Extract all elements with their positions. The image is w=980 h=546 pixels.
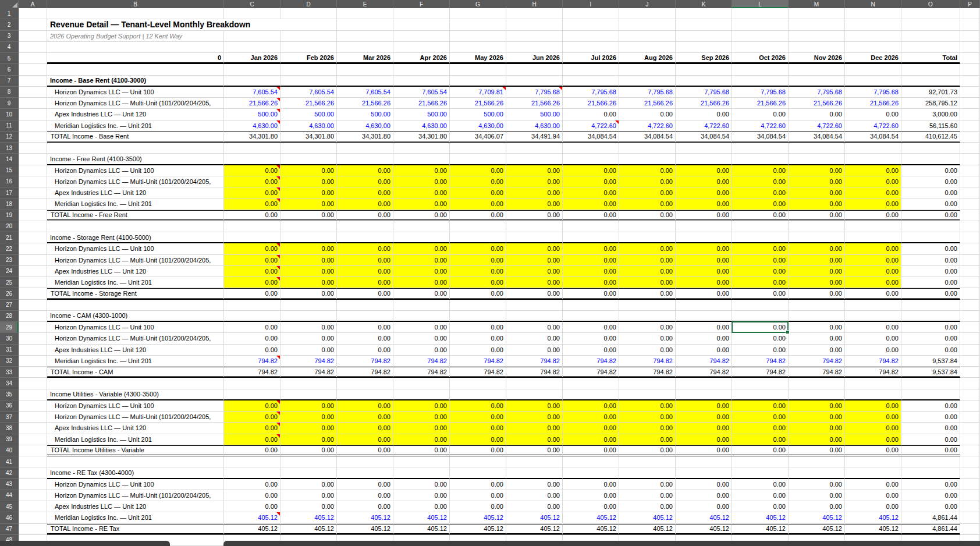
cell-C7[interactable] <box>224 76 280 87</box>
cell-K28[interactable] <box>676 311 732 322</box>
cell-H4[interactable] <box>506 42 563 53</box>
cell-P12[interactable] <box>960 132 980 143</box>
cell-I22[interactable]: 0.00 <box>563 243 619 254</box>
cell-I36[interactable]: 0.00 <box>563 400 619 412</box>
cell-P20[interactable] <box>960 221 980 232</box>
column-header-L[interactable]: L <box>732 0 789 8</box>
cell-P35[interactable] <box>960 389 980 400</box>
cell-H47[interactable]: 405.12 <box>506 524 563 535</box>
cell-L39[interactable]: 0.00 <box>732 434 789 445</box>
cell-P27[interactable] <box>960 300 980 311</box>
cell-J26[interactable]: 0.00 <box>619 288 676 299</box>
cell-B16[interactable]: Horizon Dynamics LLC — Multi-Unit (101/2… <box>47 176 224 187</box>
cell-G21[interactable] <box>450 232 506 243</box>
cell-K19[interactable]: 0.00 <box>676 210 732 221</box>
cell-E5[interactable]: Mar 2026 <box>337 53 393 64</box>
cell-D33[interactable]: 794.82 <box>280 367 337 378</box>
cell-N44[interactable]: 0.00 <box>845 490 901 501</box>
cell-O17[interactable]: 0.00 <box>901 187 960 198</box>
cell-M38[interactable]: 0.00 <box>789 423 845 434</box>
cell-F38[interactable]: 0.00 <box>393 423 450 434</box>
cell-H22[interactable]: 0.00 <box>506 243 563 254</box>
cell-O8[interactable]: 92,701.73 <box>901 87 960 98</box>
cell-A11[interactable] <box>19 120 47 132</box>
cell-I31[interactable]: 0.00 <box>563 345 619 356</box>
cell-P25[interactable] <box>960 277 980 288</box>
cell-J15[interactable]: 0.00 <box>619 165 676 176</box>
cell-C32[interactable]: 794.82 <box>224 356 280 367</box>
row-header-47[interactable]: 47 <box>0 524 19 535</box>
cell-J31[interactable]: 0.00 <box>619 345 676 356</box>
cell-K39[interactable]: 0.00 <box>676 434 732 445</box>
cell-L2[interactable] <box>732 19 789 30</box>
cell-L7[interactable] <box>732 76 789 87</box>
cell-I23[interactable]: 0.00 <box>563 255 619 266</box>
cell-J33[interactable]: 794.82 <box>619 367 676 378</box>
cell-B24[interactable]: Apex Industries LLC — Unit 120 <box>47 266 224 277</box>
cell-E20[interactable] <box>337 221 393 232</box>
cell-M22[interactable]: 0.00 <box>789 243 845 254</box>
cell-M28[interactable] <box>789 311 845 322</box>
cell-E46[interactable]: 405.12 <box>337 512 393 523</box>
cell-M15[interactable]: 0.00 <box>789 165 845 176</box>
cell-I33[interactable]: 794.82 <box>563 367 619 378</box>
cell-K18[interactable]: 0.00 <box>676 198 732 210</box>
cell-M8[interactable]: 7,795.68 <box>789 87 845 98</box>
cell-O11[interactable]: 56,115.60 <box>901 120 960 132</box>
cell-E39[interactable]: 0.00 <box>337 434 393 445</box>
cell-D24[interactable]: 0.00 <box>280 266 337 277</box>
cell-O18[interactable]: 0.00 <box>901 198 960 210</box>
cell-P8[interactable] <box>960 87 980 98</box>
cell-H3[interactable] <box>506 31 563 42</box>
cell-I30[interactable]: 0.00 <box>563 333 619 344</box>
cell-A12[interactable] <box>19 132 47 143</box>
cell-B45[interactable]: Apex Industries LLC — Unit 120 <box>47 501 224 512</box>
cell-K6[interactable] <box>676 64 732 75</box>
cell-J21[interactable] <box>619 232 676 243</box>
cell-H42[interactable] <box>506 467 563 478</box>
cell-L24[interactable]: 0.00 <box>732 266 789 277</box>
cell-D12[interactable]: 34,301.80 <box>280 132 337 143</box>
cell-D35[interactable] <box>280 389 337 400</box>
cell-A5[interactable] <box>19 53 47 64</box>
cell-J7[interactable] <box>619 76 676 87</box>
cell-P22[interactable] <box>960 243 980 254</box>
cell-E38[interactable]: 0.00 <box>337 423 393 434</box>
cell-O6[interactable] <box>901 64 960 75</box>
row-header-20[interactable]: 20 <box>0 221 19 232</box>
cell-H41[interactable] <box>506 456 563 467</box>
cell-E27[interactable] <box>337 300 393 311</box>
cell-L23[interactable]: 0.00 <box>732 255 789 266</box>
cell-E47[interactable]: 405.12 <box>337 524 393 535</box>
cell-H25[interactable]: 0.00 <box>506 277 563 288</box>
cell-B42[interactable]: Income - RE Tax (4300-4000) <box>47 467 224 478</box>
cell-E42[interactable] <box>337 467 393 478</box>
cell-H32[interactable]: 794.82 <box>506 356 563 367</box>
cell-F40[interactable]: 0.00 <box>393 445 450 456</box>
cell-P45[interactable] <box>960 501 980 512</box>
cell-N16[interactable]: 0.00 <box>845 176 901 187</box>
cell-G12[interactable]: 34,406.07 <box>450 132 506 143</box>
cell-I27[interactable] <box>563 300 619 311</box>
cell-I44[interactable]: 0.00 <box>563 490 619 501</box>
cell-L37[interactable]: 0.00 <box>732 412 789 423</box>
cell-J27[interactable] <box>619 300 676 311</box>
cell-F8[interactable]: 7,605.54 <box>393 87 450 98</box>
row-header-44[interactable]: 44 <box>0 490 19 501</box>
cell-L12[interactable]: 34,084.54 <box>732 132 789 143</box>
cell-I46[interactable]: 405.12 <box>563 512 619 523</box>
row-header-38[interactable]: 38 <box>0 423 19 434</box>
cell-O27[interactable] <box>901 300 960 311</box>
cell-A35[interactable] <box>19 389 47 400</box>
cell-N38[interactable]: 0.00 <box>845 423 901 434</box>
column-header-I[interactable]: I <box>563 0 619 8</box>
cell-E11[interactable]: 4,630.00 <box>337 120 393 132</box>
cell-L26[interactable]: 0.00 <box>732 288 789 299</box>
cell-M40[interactable]: 0.00 <box>789 445 845 456</box>
cell-P5[interactable] <box>960 53 980 64</box>
cell-J47[interactable]: 405.12 <box>619 524 676 535</box>
cell-M29[interactable]: 0.00 <box>789 322 845 333</box>
column-header-P[interactable]: P <box>960 0 980 8</box>
cell-K45[interactable]: 0.00 <box>676 501 732 512</box>
row-header-41[interactable]: 41 <box>0 456 19 467</box>
